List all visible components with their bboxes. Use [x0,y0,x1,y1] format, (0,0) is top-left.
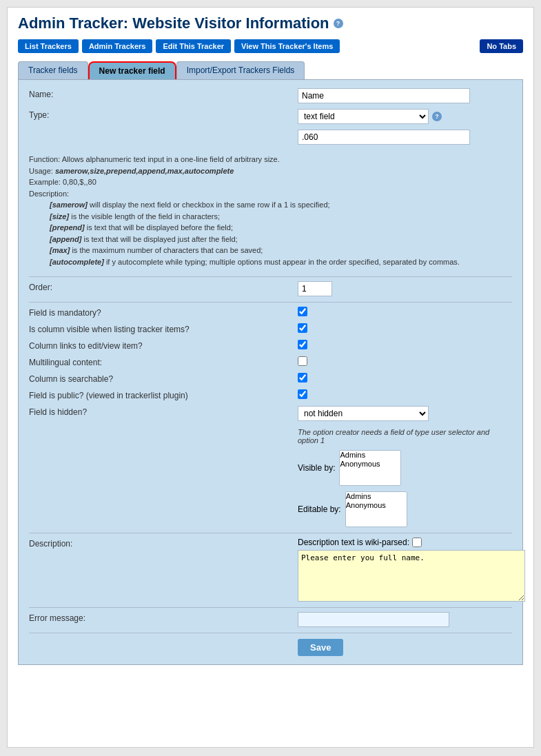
public-row: Field is public? (viewed in trackerlist … [29,389,512,400]
searchable-checkbox[interactable] [298,373,307,382]
tab-import-export[interactable]: Import/Export Trackers Fields [176,61,305,79]
name-control [298,88,512,103]
mandatory-label: Field is mandatory? [29,307,298,318]
type-label: Type: [29,109,298,120]
option-note-spacer [29,427,298,428]
description-row: Description: Description text is wiki-pa… [29,538,512,602]
option-note-text: The option creator needs a field of type… [298,428,512,445]
tab-tracker-fields[interactable]: Tracker fields [18,61,88,79]
tabs-row: Tracker fields New tracker field Import/… [18,61,523,79]
public-label: Field is public? (viewed in trackerlist … [29,389,298,400]
editable-by-control: Editable by: Admins Anonymous [298,491,512,527]
col-visible-row: Is column visible when listing tracker i… [29,323,512,334]
save-button[interactable]: Save [298,639,343,656]
visible-by-control: Visible by: Admins Anonymous [298,450,512,486]
options-control [298,130,512,145]
option-note-content: The option creator needs a field of type… [298,427,512,445]
usage-text: Usage: samerow,size,prepend,append,max,a… [29,165,512,177]
top-nav: List Trackers Admin Trackers Edit This T… [18,39,523,53]
divider-5 [29,633,512,633]
type-control: text field textarea numeric date checkbo… [298,109,512,124]
multilingual-control [298,356,512,366]
divider-1 [29,276,512,277]
divider-3 [29,533,512,533]
usage-value: samerow,size,prepend,append,max,autocomp… [55,167,234,175]
col-visible-label: Is column visible when listing tracker i… [29,323,298,334]
function-text: Function: Allows alphanumeric text input… [29,154,512,165]
desc-autocomplete: [autocomplete] if y autocomplete while t… [29,256,512,268]
error-label: Error message: [29,612,298,623]
options-label-spacer [29,130,298,131]
description-heading: Description: [29,188,512,200]
error-row: Error message: [29,612,512,627]
error-input[interactable] [298,612,449,627]
name-row: Name: [29,88,512,103]
save-row: Save [29,639,512,656]
col-visible-checkbox[interactable] [298,323,307,333]
hidden-select[interactable]: not hidden hidden always hidden [298,406,429,421]
multilingual-checkbox[interactable] [298,356,307,366]
editable-by-listbox[interactable]: Admins Anonymous [345,491,407,527]
mandatory-control [298,307,512,316]
order-row: Order: [29,281,512,296]
public-checkbox[interactable] [298,389,307,399]
name-input[interactable] [298,88,470,103]
name-label: Name: [29,88,298,99]
editable-by-row: Editable by: Admins Anonymous [29,491,512,527]
desc-size: [size] is the visible length of the fiel… [29,211,512,223]
searchable-control [298,373,512,382]
page-wrapper: Admin Tracker: Website Visitor Informati… [7,7,534,748]
view-items-button[interactable]: View This Tracker's Items [234,39,340,53]
visible-by-label: Visible by: [298,463,335,473]
order-input[interactable] [298,281,332,296]
col-links-label: Column links to edit/view item? [29,340,298,351]
col-links-checkbox[interactable] [298,340,307,349]
desc-max: [max] is the maximum number of character… [29,245,512,256]
hidden-label: Field is hidden? [29,406,298,417]
content-area: Name: Type: text field textarea numeric … [18,79,523,665]
mandatory-checkbox[interactable] [298,307,307,316]
error-control [298,612,512,627]
wiki-parsed-label: Description text is wiki-parsed: [298,538,409,547]
edit-this-tracker-button[interactable]: Edit This Tracker [156,39,231,53]
page-title: Admin Tracker: Website Visitor Informati… [18,14,329,32]
col-links-control [298,340,512,349]
info-icon[interactable]: ? [334,19,343,28]
type-row: Type: text field textarea numeric date c… [29,109,512,124]
desc-samerow: [samerow] will display the next field or… [29,199,512,211]
usage-label: Usage: [29,167,55,175]
tabs-container: Tracker fields New tracker field Import/… [18,61,305,79]
editable-by-label: Editable by: [298,504,341,514]
col-links-row: Column links to edit/view item? [29,340,512,351]
desc-prepend: [prepend] is text that will be displayed… [29,222,512,234]
example-text: Example: 0,80,$,,80 [29,176,512,188]
searchable-row: Column is searchable? [29,373,512,384]
hidden-row: Field is hidden? not hidden hidden alway… [29,406,512,421]
order-control [298,281,512,296]
options-row [29,130,512,145]
options-input[interactable] [298,130,470,145]
description-field-control: Description text is wiki-parsed: Please … [298,538,525,602]
option-note-row: The option creator needs a field of type… [29,427,512,445]
page-title-row: Admin Tracker: Website Visitor Informati… [18,14,523,32]
visible-by-row: Visible by: Admins Anonymous [29,450,512,486]
multilingual-label: Multilingual content: [29,356,298,367]
hidden-control: not hidden hidden always hidden [298,406,512,421]
visible-by-spacer [29,450,298,451]
no-tabs-button[interactable]: No Tabs [480,39,523,53]
divider-4 [29,607,512,608]
col-visible-control [298,323,512,333]
list-trackers-button[interactable]: List Trackers [18,39,79,53]
type-select[interactable]: text field textarea numeric date checkbo… [298,109,429,124]
tab-new-tracker-field[interactable]: New tracker field [88,61,176,79]
editable-by-spacer [29,491,298,493]
visible-by-listbox[interactable]: Admins Anonymous [339,450,401,486]
type-help-icon[interactable]: ? [432,112,442,121]
divider-2 [29,302,512,303]
multilingual-row: Multilingual content: [29,356,512,367]
order-label: Order: [29,281,298,292]
searchable-label: Column is searchable? [29,373,298,384]
admin-trackers-button[interactable]: Admin Trackers [82,39,153,53]
wiki-parsed-checkbox[interactable] [412,538,422,547]
description-textarea[interactable]: Please enter you full name. [298,550,525,602]
